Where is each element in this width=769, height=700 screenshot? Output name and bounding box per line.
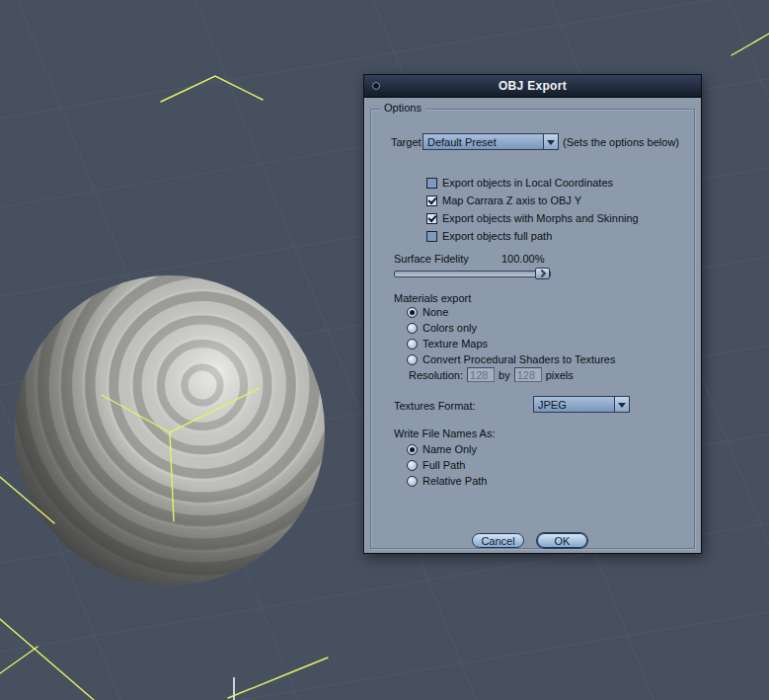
- slider-thumb[interactable]: [535, 268, 550, 279]
- materials-export-label: Materials export: [394, 292, 471, 304]
- radio-label: Colors only: [423, 322, 477, 334]
- surface-fidelity-slider[interactable]: [394, 268, 551, 278]
- textures-format-value: JPEG: [534, 399, 614, 411]
- radio-label: Name Only: [423, 443, 477, 455]
- dialog-titlebar[interactable]: OBJ Export: [364, 75, 701, 98]
- textures-format-label: Textures Format:: [394, 400, 476, 412]
- checkbox-label: Map Carrara Z axis to OBJ Y: [442, 194, 581, 206]
- sphere-object[interactable]: [15, 201, 386, 585]
- checkbox-label: Export objects in Local Coordinates: [442, 177, 613, 189]
- radio-row-name-only[interactable]: Name Only: [407, 443, 477, 455]
- textures-format-dropdown[interactable]: JPEG: [533, 396, 630, 413]
- resolution-width-input[interactable]: [467, 367, 495, 382]
- radio-button[interactable]: [407, 307, 418, 318]
- target-hint: (Sets the options below): [563, 136, 679, 148]
- dropdown-arrow-icon: [543, 134, 558, 149]
- ok-button[interactable]: OK: [537, 533, 587, 548]
- radio-row-convert-shaders[interactable]: Convert Procedural Shaders to Textures: [407, 353, 615, 365]
- resolution-row: Resolution: by pixels: [409, 367, 574, 382]
- 3d-viewport[interactable]: OBJ Export Options Target Default Preset…: [0, 0, 769, 700]
- checkbox-label: Export objects full path: [442, 230, 552, 242]
- target-preset-dropdown[interactable]: Default Preset: [423, 133, 559, 150]
- write-file-names-label: Write File Names As:: [394, 428, 496, 439]
- resolution-label: Resolution:: [409, 369, 463, 381]
- radio-row-colors-only[interactable]: Colors only: [407, 322, 477, 334]
- close-button[interactable]: [372, 82, 380, 90]
- radio-row-full-path[interactable]: Full Path: [407, 459, 465, 471]
- surface-fidelity-value: 100.00%: [501, 253, 544, 265]
- checkbox[interactable]: [426, 231, 437, 242]
- radio-row-none[interactable]: None: [407, 306, 448, 318]
- checkbox[interactable]: [426, 178, 437, 189]
- resolution-unit-label: pixels: [546, 369, 574, 381]
- radio-label: Texture Maps: [423, 338, 488, 350]
- checkbox-row-map-z-axis[interactable]: Map Carrara Z axis to OBJ Y: [426, 194, 581, 206]
- target-preset-value: Default Preset: [423, 136, 543, 148]
- radio-button[interactable]: [407, 460, 418, 471]
- checkbox-row-full-path[interactable]: Export objects full path: [426, 230, 552, 242]
- obj-export-dialog: OBJ Export Options Target Default Preset…: [363, 74, 702, 554]
- dialog-title: OBJ Export: [499, 79, 567, 93]
- radio-label: Full Path: [423, 459, 465, 471]
- radio-row-relative-path[interactable]: Relative Path: [407, 475, 487, 487]
- radio-label: Convert Procedural Shaders to Textures: [423, 353, 615, 365]
- radio-button[interactable]: [407, 339, 418, 350]
- radio-row-texture-maps[interactable]: Texture Maps: [407, 338, 488, 350]
- checkbox-row-local-coordinates[interactable]: Export objects in Local Coordinates: [426, 177, 613, 189]
- dialog-body: Options Target Default Preset (Sets the …: [364, 98, 701, 553]
- radio-button[interactable]: [407, 476, 418, 487]
- radio-label: None: [423, 306, 448, 318]
- target-label: Target: [391, 136, 422, 148]
- options-group-title: Options: [380, 102, 425, 114]
- checkbox[interactable]: [426, 213, 437, 224]
- radio-label: Relative Path: [423, 475, 487, 487]
- radio-button[interactable]: [407, 354, 418, 365]
- resolution-height-input[interactable]: [514, 367, 542, 382]
- checkbox[interactable]: [426, 195, 437, 206]
- resolution-by-label: by: [499, 369, 510, 381]
- surface-fidelity-label: Surface Fidelity: [394, 253, 469, 265]
- checkbox-label: Export objects with Morphs and Skinning: [442, 212, 639, 224]
- checkbox-row-morphs-skinning[interactable]: Export objects with Morphs and Skinning: [426, 212, 639, 224]
- radio-button[interactable]: [407, 444, 418, 455]
- radio-button[interactable]: [407, 323, 418, 334]
- slider-track: [394, 271, 551, 277]
- cancel-button[interactable]: Cancel: [472, 533, 524, 548]
- dropdown-arrow-icon: [614, 397, 629, 412]
